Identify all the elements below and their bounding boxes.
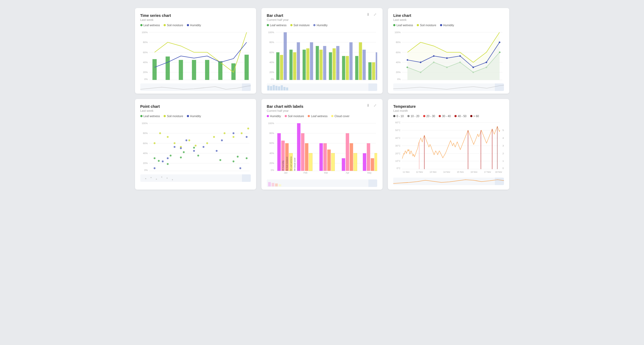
svg-text:16 Nov: 16 Nov: [471, 171, 478, 173]
svg-point-170: [215, 150, 217, 152]
svg-text:20%: 20%: [269, 71, 274, 74]
svg-text:15 Nov: 15 Nov: [457, 171, 464, 173]
svg-text:14 Nov: 14 Nov: [443, 171, 450, 173]
cc-dot-bl: [331, 115, 333, 117]
line-chart-title: Line chart: [393, 13, 504, 18]
bar-labels-title: Bar chart with labels: [267, 104, 377, 109]
svg-rect-43: [280, 55, 283, 80]
svg-rect-65: [376, 52, 377, 80]
svg-point-143: [193, 147, 195, 149]
svg-rect-49: [306, 48, 309, 80]
point-mini-svg: [140, 174, 251, 182]
sm-dot-bar: [290, 24, 292, 26]
legend-0-10: 0 - 10: [393, 114, 404, 118]
legend-20-30: 20 - 30: [423, 114, 435, 118]
svg-rect-28: [140, 83, 251, 91]
svg-point-160: [241, 132, 242, 134]
svg-rect-222: [354, 153, 357, 171]
bar-chart-title: Bar chart: [267, 13, 377, 18]
soil-moisture-label: Soil moisture: [167, 24, 183, 27]
legend-lw-bl: Leaf wetness: [308, 114, 327, 118]
legend-sm-line: Soil moisture: [417, 24, 436, 27]
dashboard-grid: Time series chart Last week Leaf wetness…: [135, 8, 509, 190]
leaf-wetness-label: Leaf wetness: [144, 24, 160, 27]
svg-rect-76: [270, 86, 272, 90]
svg-rect-55: [333, 48, 336, 80]
svg-rect-82: [286, 87, 288, 90]
svg-rect-123: [393, 83, 504, 91]
temperature-navigator[interactable]: [393, 178, 504, 185]
svg-point-155: [195, 145, 196, 147]
svg-rect-83: [368, 83, 377, 91]
temperature-card: Temperature Last month 0 - 10 10 - 20 20…: [388, 99, 509, 190]
lw-dot-line: [393, 24, 395, 26]
point-chart-navigator[interactable]: [140, 174, 251, 182]
svg-text:Apr: Apr: [346, 171, 349, 174]
svg-text:100%: 100%: [395, 31, 401, 34]
svg-text:20%: 20%: [143, 162, 148, 164]
lw-label-bl: Leaf wetness: [311, 114, 327, 118]
svg-rect-74: [267, 83, 377, 91]
svg-rect-225: [371, 158, 374, 171]
svg-rect-213: [305, 143, 308, 171]
svg-rect-219: [342, 158, 345, 171]
svg-rect-218: [331, 153, 335, 171]
dot-0-10: [393, 115, 395, 117]
svg-rect-14: [179, 60, 183, 80]
svg-point-114: [499, 41, 500, 43]
svg-rect-12: [152, 59, 157, 80]
svg-rect-19: [244, 55, 249, 80]
svg-text:20°C: 20°C: [395, 152, 400, 155]
legend-leaf-wetness: Leaf wetness: [140, 24, 160, 27]
svg-rect-17: [218, 61, 222, 80]
svg-text:17 Nov: 17 Nov: [484, 171, 491, 173]
svg-text:63 Soil moisture: 63 Soil moisture: [286, 157, 288, 171]
line-chart-navigator[interactable]: [393, 83, 504, 91]
svg-point-142: [183, 151, 184, 153]
legend-gt-60: > 60: [470, 114, 479, 118]
svg-rect-51: [316, 46, 319, 80]
svg-rect-53: [323, 46, 326, 80]
svg-point-137: [153, 157, 155, 159]
svg-text:60%: 60%: [143, 142, 148, 144]
svg-rect-57: [342, 56, 345, 80]
legend-lw-line: Leaf wetness: [393, 24, 413, 27]
svg-text:40°C: 40°C: [395, 137, 400, 139]
svg-rect-272: [393, 178, 504, 185]
svg-point-157: [213, 136, 215, 138]
line-chart-subtitle: Last week: [393, 18, 504, 21]
download-icon-bar-labels[interactable]: ⬇: [367, 103, 371, 108]
svg-point-168: [193, 150, 195, 152]
svg-text:80%: 80%: [269, 41, 274, 44]
svg-rect-215: [319, 143, 323, 171]
legend-soil-bar: Soil moisture: [290, 24, 310, 27]
download-icon[interactable]: ⬇: [367, 12, 371, 17]
svg-text:40°C: 40°C: [503, 137, 504, 139]
time-series-chart-area: 100% 80% 60% 40% 20% 0%: [140, 28, 251, 82]
svg-rect-15: [192, 60, 196, 80]
svg-point-107: [407, 59, 408, 61]
legend-10-20: 10 - 20: [407, 114, 419, 118]
svg-rect-45: [289, 50, 292, 80]
time-series-navigator[interactable]: [140, 83, 251, 91]
time-series-svg: 100% 80% 60% 40% 20% 0%: [140, 28, 251, 81]
temp-svg: 60°C 50°C 40°C 30°C 20°C 10°C 0°C 50°C 4…: [393, 119, 504, 175]
svg-text:0%: 0%: [397, 78, 401, 80]
bar-labels-navigator[interactable]: [267, 179, 377, 187]
svg-rect-77: [273, 85, 275, 90]
hum-label-bar: Humidity: [317, 24, 327, 27]
bar-chart-navigator[interactable]: [267, 83, 377, 91]
temperature-chart-area: 60°C 50°C 40°C 30°C 20°C 10°C 0°C 50°C 4…: [393, 119, 504, 176]
svg-text:56 Leaf wetness: 56 Leaf wetness: [290, 156, 292, 171]
svg-rect-16: [205, 60, 209, 80]
svg-rect-273: [495, 178, 504, 185]
svg-point-165: [173, 146, 175, 148]
temperature-subtitle: Last month: [393, 109, 504, 112]
svg-point-113: [486, 62, 487, 63]
expand-icon[interactable]: ⤢: [373, 12, 378, 17]
expand-icon-bar-labels[interactable]: ⤢: [373, 103, 378, 108]
svg-rect-224: [367, 143, 370, 171]
sm-dot-point: [164, 115, 166, 117]
svg-point-166: [180, 147, 182, 149]
dot-30-40: [439, 115, 441, 117]
